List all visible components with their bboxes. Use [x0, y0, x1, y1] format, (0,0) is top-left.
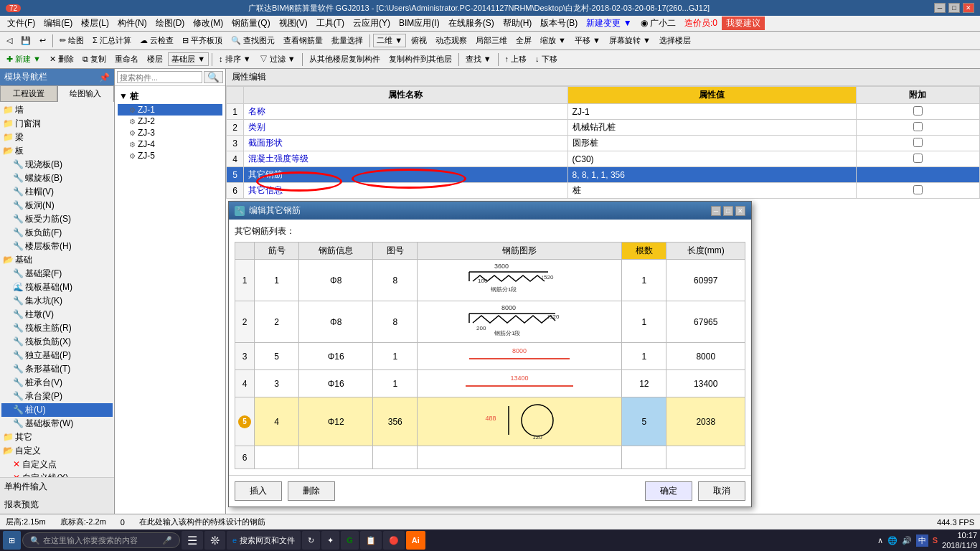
menu-item-bim[interactable]: BIM应用(I) — [395, 16, 444, 31]
task-refresh-btn[interactable]: ↻ — [302, 531, 320, 550]
tree-child-zhuangtai[interactable]: 🔧桩承台(V) — [1, 376, 113, 390]
task-clipboard-btn[interactable]: 📋 — [360, 531, 382, 550]
tb-batch[interactable]: 批量选择 — [328, 34, 367, 47]
menu-item-file[interactable]: 文件(F) — [3, 16, 39, 31]
tree-child-faban[interactable]: 🌊筏板基础(M) — [1, 281, 113, 294]
modal-jinnum-5[interactable]: 4 — [255, 397, 299, 446]
modal-roots-2[interactable]: 1 — [622, 301, 666, 343]
tree-child-fabanjin[interactable]: 🔧筏板负筋(X) — [1, 335, 113, 349]
task-g-btn[interactable]: G — [341, 531, 359, 550]
task-browser-btn[interactable]: e 搜索网页和文件 — [227, 531, 301, 550]
tb2-up[interactable]: ↑ 上移 — [501, 52, 531, 66]
tb-2d[interactable]: 二维 ▼ — [373, 34, 406, 47]
prop-value-6[interactable]: 桩 — [567, 183, 856, 199]
tree-node-beam[interactable]: 📁梁 — [1, 131, 113, 144]
pile-item-zj2[interactable]: ⚙ ZJ-2 — [118, 116, 222, 127]
tree-node-custom[interactable]: 📂自定义 — [1, 444, 113, 458]
tree-child-zhudun[interactable]: 🔧柱墩(V) — [1, 308, 113, 321]
insert-btn[interactable]: 插入 — [235, 481, 282, 501]
menu-item-view[interactable]: 视图(V) — [275, 16, 312, 31]
menu-item-cloud[interactable]: 云应用(Y) — [349, 16, 395, 31]
modal-maximize-btn[interactable]: □ — [723, 206, 733, 216]
pile-item-zj1[interactable]: ⚙ ZJ-1 — [118, 104, 222, 116]
pile-item-zj4[interactable]: ⚙ ZJ-4 — [118, 138, 222, 150]
tab-draw-input[interactable]: 绘图输入 — [57, 85, 115, 102]
search-btn[interactable]: 🔍 — [204, 71, 223, 83]
tree-child-tiaojichu[interactable]: 🔧条形基础(T) — [1, 362, 113, 376]
modal-length-3[interactable]: 8000 — [666, 343, 745, 370]
tree-node-window[interactable]: 📁门窗洞 — [1, 117, 113, 131]
modal-tunum-3[interactable]: 1 — [373, 343, 418, 370]
tb-rotate[interactable]: 屏幕旋转 ▼ — [606, 34, 654, 47]
tree-child-jcliang[interactable]: 🔧基础梁(F) — [1, 267, 113, 281]
tb-fullscreen[interactable]: 全屏 — [512, 34, 535, 47]
tb-undo[interactable]: ↩ — [36, 34, 50, 47]
menu-item-draw[interactable]: 绘图(D) — [151, 16, 189, 31]
modal-length-4[interactable]: 13400 — [666, 370, 745, 397]
task-multitask-btn[interactable]: ☰ — [182, 531, 203, 550]
prop-value-5[interactable]: 8, 8, 1, 1, 356 — [567, 167, 856, 183]
prop-attach-2[interactable] — [856, 120, 979, 136]
tree-child-custom-point[interactable]: ✕ 自定义点 — [1, 458, 113, 471]
modal-jinnum-3[interactable]: 5 — [255, 343, 299, 370]
search-input[interactable] — [117, 71, 202, 83]
menu-item-version[interactable]: 版本号(B) — [536, 16, 582, 31]
prop-attach-5[interactable] — [856, 167, 979, 183]
menu-item-tools[interactable]: 工具(T) — [312, 16, 349, 31]
menu-item-brand[interactable]: ◉ 广小二 — [636, 16, 680, 31]
modal-jinnum-4[interactable]: 3 — [255, 370, 299, 397]
menu-item-component[interactable]: 构件(N) — [113, 16, 151, 31]
modal-info-1[interactable]: Φ8 — [299, 260, 373, 301]
modal-roots-6[interactable] — [622, 446, 666, 469]
win-max-btn[interactable]: □ — [948, 3, 960, 13]
cancel-btn[interactable]: 取消 — [698, 481, 745, 501]
modal-jinnum-2[interactable]: 2 — [255, 301, 299, 343]
win-min-btn[interactable]: ─ — [934, 3, 946, 13]
menu-item-suggest[interactable]: 我要建议 — [722, 17, 765, 30]
single-input-btn[interactable]: 单构件输入 — [0, 477, 114, 496]
delete-btn[interactable]: 删除 — [288, 481, 335, 501]
modal-roots-4[interactable]: 12 — [622, 370, 666, 397]
menu-item-newchange[interactable]: 新建变更 ▼ — [582, 16, 636, 31]
tb-dynamic[interactable]: 动态观察 — [432, 34, 471, 47]
prop-attach-1[interactable] — [856, 104, 979, 120]
modal-minimize-btn[interactable]: ─ — [711, 206, 721, 216]
tb2-base-floor[interactable]: 基础层 ▼ — [168, 52, 209, 66]
task-flower-btn[interactable]: ❊ — [204, 531, 225, 550]
tree-child-custom-line[interactable]: ✕ 自定义线(X) — [1, 471, 113, 477]
tb-align[interactable]: ⊟ 平齐板顶 — [179, 34, 226, 47]
tree-child-duliji[interactable]: 🔧独立基础(P) — [1, 349, 113, 362]
modal-length-5[interactable]: 2038 — [666, 397, 745, 446]
task-red-btn[interactable]: 🔴 — [383, 531, 405, 550]
modal-tunum-6[interactable] — [373, 446, 418, 469]
prop-attach-3[interactable] — [856, 136, 979, 151]
pile-item-zj5[interactable]: ⚙ ZJ-5 — [118, 150, 222, 161]
tb2-down[interactable]: ↓ 下移 — [532, 52, 561, 66]
tb2-rename[interactable]: 重命名 — [111, 52, 142, 66]
tb-sum[interactable]: Σ 汇总计算 — [89, 34, 135, 47]
modal-jinnum-6[interactable] — [255, 446, 299, 469]
tree-child-xianjiao[interactable]: 🔧现浇板(B) — [1, 158, 113, 171]
report-preview-btn[interactable]: 报表预览 — [0, 496, 114, 514]
modal-info-2[interactable]: Φ8 — [299, 301, 373, 343]
task-ai-btn[interactable]: Ai — [406, 531, 425, 550]
menu-item-online[interactable]: 在线服务(S) — [444, 16, 499, 31]
nav-pin-icon[interactable]: 📌 — [99, 72, 110, 83]
modal-info-4[interactable]: Φ16 — [299, 370, 373, 397]
prop-value-1[interactable]: ZJ-1 — [567, 104, 856, 120]
modal-tunum-4[interactable]: 1 — [373, 370, 418, 397]
tree-child-zhumao[interactable]: 🔧柱帽(V) — [1, 185, 113, 199]
modal-info-5[interactable]: Φ12 — [299, 397, 373, 446]
modal-tunum-2[interactable]: 8 — [373, 301, 418, 343]
tree-child-tailiang[interactable]: 🔧承台梁(P) — [1, 390, 113, 403]
prop-value-3[interactable]: 圆形桩 — [567, 136, 856, 151]
tb-zoom[interactable]: 缩放 ▼ — [537, 34, 570, 47]
menu-item-rebar[interactable]: 钢筋量(Q) — [227, 16, 274, 31]
tree-node-other[interactable]: 📁其它 — [1, 430, 113, 444]
taskbar-search[interactable]: 🔍 在这里输入你要搜索的内容 🎤 — [22, 532, 180, 548]
modal-tunum-1[interactable]: 8 — [373, 260, 418, 301]
tb2-new[interactable]: ✚ 新建 ▼ — [3, 52, 44, 66]
tb2-copy-to[interactable]: 复制构件到其他层 — [385, 52, 456, 66]
start-btn[interactable]: ⊞ — [3, 531, 21, 550]
prop-value-2[interactable]: 机械钻孔桩 — [567, 120, 856, 136]
